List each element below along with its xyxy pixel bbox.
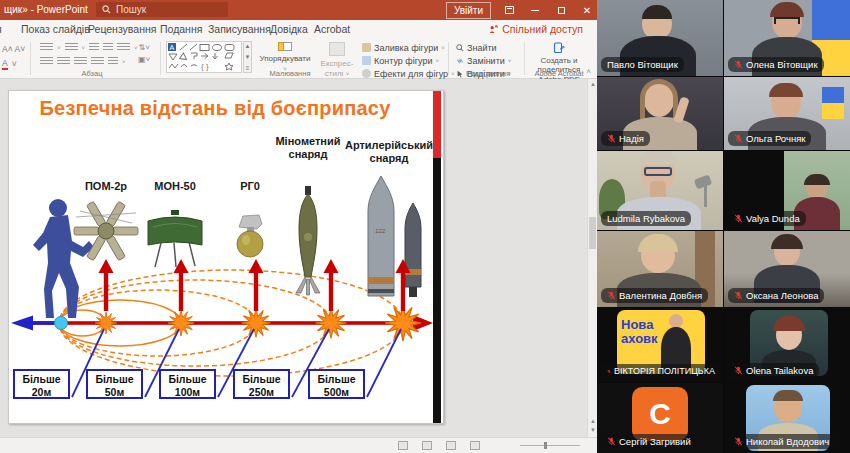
participant-tile[interactable]: Valya Dunda [724, 151, 850, 230]
shape-outline-icon [362, 56, 371, 65]
participant-tile[interactable]: Ольга Рочняк [724, 77, 850, 150]
participant-name: Оксана Леонова [746, 290, 818, 301]
up-arrows [99, 259, 411, 311]
hair [773, 390, 803, 401]
participant-name-label: Ludmila Rybakova [601, 211, 691, 226]
hair [769, 83, 803, 97]
participant-name-label: Павло Вітовщик [601, 57, 684, 72]
label-rgo: РГ0 [230, 180, 270, 193]
avatar [669, 314, 683, 328]
shape-fill-icon [362, 43, 371, 52]
participant-tile[interactable]: Новааховк ВІКТОРІЯ ПОЛІТИЦЬКА [597, 308, 723, 382]
participant-name-label: ВІКТОРІЯ ПОЛІТИЦЬКА [601, 364, 721, 378]
group-label-paragraph: Абзац [72, 69, 112, 78]
person-silhouette [33, 199, 94, 318]
shape-effects-icon [362, 69, 371, 78]
glasses [644, 167, 672, 176]
munition-rgo-grenade [237, 215, 263, 257]
tab-record[interactable]: Записування [208, 23, 271, 35]
title-bar: щик» - PowerPoint Пошук Увійти ✕ [0, 0, 597, 20]
scroll-up-icon[interactable]: ▲ [589, 81, 597, 87]
replace-icon [456, 57, 464, 65]
flag-blue-stripe [812, 0, 850, 40]
zoom-slider-knob[interactable] [544, 442, 547, 449]
participant-tile[interactable]: Olena Tailakova [724, 308, 850, 382]
participant-tile[interactable]: Валентина Довбня [597, 231, 723, 307]
zoom-meeting-window: Павло Вітовщик Олена Вітовщик [597, 0, 850, 453]
participant-name-label: Valya Dunda [728, 211, 806, 226]
participant-name-label: Николай Вдодович [728, 434, 835, 449]
shape-icons: A { } [167, 42, 241, 72]
prev-next-slide-buttons[interactable]: ▲▼ [589, 417, 597, 435]
group-label-editing: Редагування [458, 69, 518, 78]
participant-tile[interactable]: Надія [597, 77, 723, 150]
desk-lamp [694, 175, 712, 190]
shape-outline-button[interactable]: Контур фігури ˅ [362, 55, 455, 66]
tab-view[interactable]: Подання [160, 23, 202, 35]
slide-canvas[interactable]: Безпечна відстань від боєприпасу [8, 90, 444, 424]
shapes-gallery[interactable]: A { } [166, 41, 242, 73]
participant-name: ВІКТОРІЯ ПОЛІТИЦЬКА [614, 366, 715, 376]
font-size-icons[interactable]: A˄ A˅ [2, 44, 25, 54]
participant-name-label: Валентина Довбня [601, 288, 708, 303]
tab-slideshow[interactable]: Показ слайдів [21, 23, 90, 35]
font-color-icon[interactable]: A ˅ [2, 58, 17, 70]
view-switcher[interactable] [398, 441, 480, 450]
vertical-scrollbar[interactable]: ▲ ▲▼ [587, 79, 597, 437]
ribbon-display-options-button[interactable] [501, 2, 517, 18]
participant-name: Николай Вдодович [746, 436, 829, 447]
participant-name-label: Надія [601, 131, 650, 146]
muted-mic-icon [607, 134, 616, 143]
participant-name-label: Сергій Загривий [601, 434, 697, 449]
muted-mic-icon [734, 214, 743, 223]
scroll-thumb[interactable] [589, 217, 596, 249]
participant-name: Ludmila Rybakova [607, 213, 685, 224]
collapse-ribbon-button[interactable]: ˄ [586, 67, 591, 76]
quick-styles-icon [329, 42, 345, 56]
tab-acrobat[interactable]: Acrobat [314, 23, 350, 35]
zoom-slider[interactable] [520, 445, 580, 446]
avatar-initial: С [632, 387, 688, 441]
shape-effects-button[interactable]: Ефекти для фігур ˅ [362, 68, 455, 79]
shape-fill-button[interactable]: Заливка фігури ˅ [362, 42, 455, 53]
tab-review[interactable]: Рецензування [88, 23, 156, 35]
list-buttons[interactable]: ˅˅ ˅ [40, 43, 138, 52]
window-title: щик» - PowerPoint [4, 4, 88, 15]
screen: щик» - PowerPoint Пошук Увійти ✕ я Показ… [0, 0, 850, 453]
restore-button[interactable] [553, 2, 569, 18]
participant-tile[interactable]: С Сергій Загривий [597, 383, 723, 453]
participant-tile[interactable]: Ludmila Rybakova [597, 151, 723, 230]
tab-help[interactable]: Довідка [270, 23, 308, 35]
sign-in-button[interactable]: Увійти [446, 2, 491, 19]
participant-tile[interactable]: Николай Вдодович [724, 383, 850, 453]
text-direction-buttons[interactable]: ⇅˅▣˅ [138, 43, 150, 64]
hair [642, 5, 672, 19]
slide-sorter-icon[interactable] [422, 441, 432, 450]
align-buttons[interactable]: ˅ [40, 57, 126, 66]
share-button[interactable]: Спільний доступ [489, 23, 583, 35]
reading-view-icon[interactable] [446, 441, 456, 450]
label-mortar: Мінометний снаряд [275, 135, 341, 160]
hair [771, 234, 803, 249]
lamp-stand [704, 185, 707, 207]
participant-name: Olena Tailakova [746, 365, 813, 376]
participant-name: Сергій Загривий [619, 436, 691, 447]
hair [639, 151, 677, 165]
tab-partial[interactable]: я [0, 23, 2, 35]
label-mon50: МОН-50 [145, 180, 205, 193]
minimize-button[interactable] [527, 2, 543, 18]
close-button[interactable]: ✕ [579, 2, 595, 18]
share-icon [489, 25, 498, 34]
search-box[interactable]: Пошук [96, 2, 228, 17]
find-button[interactable]: Знайти [456, 42, 511, 53]
distance-box-100m: Більше100м [159, 369, 216, 399]
replace-button[interactable]: Замінити ˅ [456, 55, 511, 66]
participant-tile[interactable]: Олена Вітовщик [724, 0, 850, 76]
slideshow-icon[interactable] [470, 441, 480, 450]
muted-mic-icon [734, 60, 743, 69]
participant-tile[interactable]: Павло Вітовщик [597, 0, 723, 76]
search-placeholder: Пошук [116, 4, 146, 15]
participant-tile[interactable]: Оксана Леонова [724, 231, 850, 307]
normal-view-icon[interactable] [398, 441, 408, 450]
adobe-pdf-icon [553, 42, 565, 54]
